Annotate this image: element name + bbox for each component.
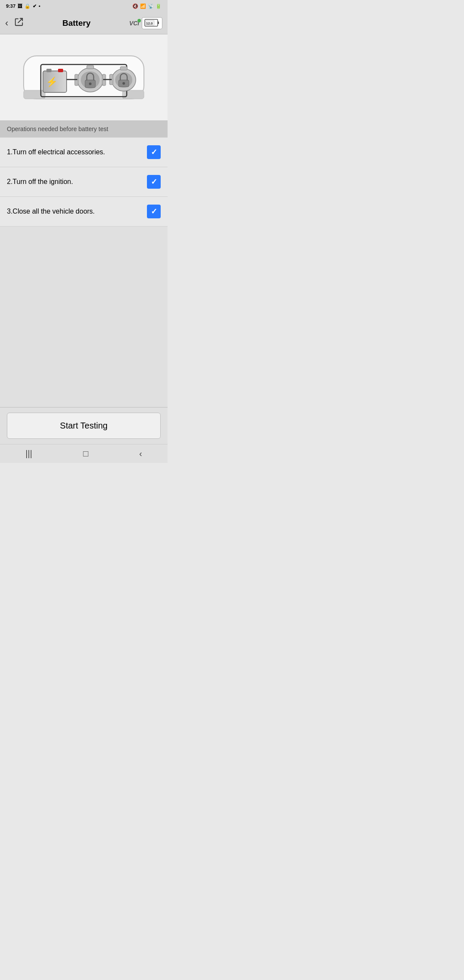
checklist-item-2[interactable]: 2.Turn off the ignition. — [0, 167, 168, 197]
signal-icon: 📡 — [148, 3, 154, 9]
bottom-nav: ||| □ ‹ — [0, 444, 168, 463]
status-time: 9:37 — [6, 3, 15, 9]
voltage-badge: 12.0 — [142, 17, 162, 29]
checklist-item-3-text: 3.Close all the vehicle doors. — [7, 208, 147, 215]
wifi-icon: 📶 — [140, 3, 146, 9]
checklist-item-1[interactable]: 1.Turn off electrical accessories. — [0, 138, 168, 167]
vci-connected-dot — [137, 19, 141, 22]
nav-back-icon[interactable]: ‹ — [139, 449, 142, 459]
nav-menu-icon[interactable]: ||| — [25, 449, 32, 459]
svg-rect-5 — [24, 90, 45, 99]
svg-text:12.0: 12.0 — [146, 21, 153, 25]
svg-rect-18 — [87, 65, 94, 69]
svg-rect-10 — [58, 69, 63, 72]
svg-rect-6 — [122, 90, 144, 99]
svg-point-15 — [89, 83, 92, 85]
svg-point-22 — [122, 82, 125, 85]
check-icon: ✔ — [33, 3, 37, 9]
checklist: 1.Turn off electrical accessories. 2.Tur… — [0, 138, 168, 227]
toolbar-left: ‹ — [5, 17, 24, 29]
operations-header: Operations needed before battery test — [0, 120, 168, 138]
checkbox-2[interactable] — [147, 175, 161, 189]
status-bar: 9:37 🖼 🔒 ✔ • 🔇 📶 📡 🔋 — [0, 0, 168, 12]
nav-home-icon[interactable]: □ — [83, 449, 88, 459]
back-button[interactable]: ‹ — [5, 18, 8, 29]
page-title: Battery — [24, 18, 129, 28]
dot-icon: • — [39, 3, 40, 9]
checkbox-1[interactable] — [147, 145, 161, 159]
svg-rect-24 — [120, 67, 127, 70]
battery-status-icon: 🔋 — [156, 3, 162, 9]
svg-text:⚡: ⚡ — [46, 76, 58, 88]
empty-content-area — [0, 227, 168, 407]
vehicle-diagram: ⚡ — [0, 34, 168, 120]
operations-header-text: Operations needed before battery test — [7, 126, 108, 132]
checklist-item-2-text: 2.Turn off the ignition. — [7, 178, 147, 186]
checklist-item-3[interactable]: 3.Close all the vehicle doors. — [0, 197, 168, 227]
svg-rect-1 — [158, 21, 159, 24]
car-illustration: ⚡ — [9, 43, 159, 112]
checklist-item-1-text: 1.Turn off electrical accessories. — [7, 148, 147, 156]
share-button[interactable] — [14, 17, 24, 29]
checkbox-3[interactable] — [147, 205, 161, 218]
toolbar-right: VCI 12.0 — [129, 17, 162, 29]
lock-icon: 🔒 — [24, 3, 31, 9]
gallery-icon: 🖼 — [18, 3, 22, 9]
status-left: 9:37 🖼 🔒 ✔ • — [6, 3, 40, 9]
start-button-container: Start Testing — [0, 407, 168, 444]
mute-icon: 🔇 — [132, 3, 138, 9]
toolbar: ‹ Battery VCI — [0, 12, 168, 34]
status-right: 🔇 📶 📡 🔋 — [132, 3, 162, 9]
vci-badge: VCI — [129, 20, 139, 27]
svg-rect-9 — [46, 69, 52, 72]
start-testing-button[interactable]: Start Testing — [7, 413, 161, 439]
